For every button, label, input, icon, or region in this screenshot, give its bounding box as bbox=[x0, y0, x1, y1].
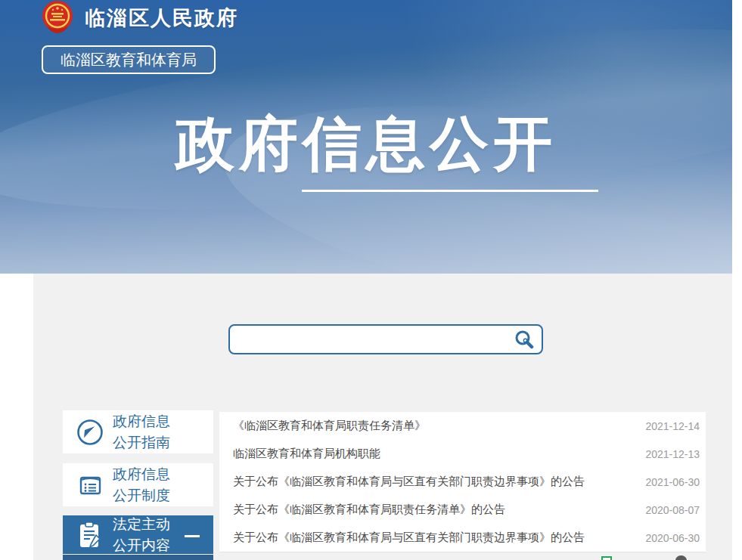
clipboard-pen-icon bbox=[75, 520, 105, 550]
list-item-date: 2021-06-30 bbox=[645, 476, 700, 488]
list-item-date: 2020-08-07 bbox=[645, 504, 700, 516]
list-item-title[interactable]: 关于公布《临淄区教育和体育局与区直有关部门职责边界事项》的公告 bbox=[233, 475, 633, 489]
national-emblem-icon bbox=[39, 1, 76, 35]
sidebar-item-label: 政府信息 公开制度 bbox=[113, 464, 170, 506]
compass-icon bbox=[75, 417, 105, 447]
list-item-title[interactable]: 关于公布《临淄区教育和体育局职责任务清单》的公告 bbox=[233, 503, 633, 517]
page: 临淄区人民政府 临淄区教育和体育局 政府信息公开 政府信息 公开指南 bbox=[0, 0, 742, 560]
site-name[interactable]: 临淄区人民政府 bbox=[85, 5, 238, 32]
sidebar-item-label: 法定主动 公开内容 bbox=[113, 514, 170, 556]
sidebar-item-statutory-disclosure[interactable]: 法定主动 公开内容 bbox=[63, 515, 213, 554]
page-title: 政府信息公开 bbox=[0, 113, 732, 175]
list-item-date: 2020-06-30 bbox=[645, 532, 700, 544]
list-item[interactable]: 关于公布《临淄区教育和体育局与区直有关部门职责边界事项》的公告 2021-06-… bbox=[219, 468, 706, 496]
collapse-minus-icon[interactable] bbox=[185, 535, 200, 537]
list-item[interactable]: 关于公布《临淄区教育和体育局职责任务清单》的公告 2020-08-07 bbox=[219, 496, 706, 524]
search-box bbox=[228, 324, 543, 354]
list-item-date: 2021-12-13 bbox=[645, 448, 700, 460]
list-item-title[interactable]: 临淄区教育和体育局机构职能 bbox=[233, 447, 633, 461]
list-item-title[interactable]: 关于公布《临淄区教育和体育局与区直有关部门职责边界事项》的公告 bbox=[233, 531, 633, 545]
search-icon bbox=[514, 330, 534, 349]
document-icon bbox=[75, 470, 105, 500]
department-button[interactable]: 临淄区教育和体育局 bbox=[42, 45, 216, 74]
list-item-date: 2021-12-14 bbox=[645, 420, 700, 432]
list-item-title[interactable]: 《临淄区教育和体育局职责任务清单》 bbox=[233, 419, 633, 433]
search-button[interactable] bbox=[513, 328, 536, 351]
sidebar-next-item-cutoff bbox=[63, 555, 213, 560]
article-list: 《临淄区教育和体育局职责任务清单》 2021-12-14 临淄区教育和体育局机构… bbox=[219, 412, 706, 552]
sidebar-item-gov-info-system[interactable]: 政府信息 公开制度 bbox=[63, 463, 213, 506]
partial-dark-icon bbox=[675, 555, 687, 560]
banner: 临淄区人民政府 临淄区教育和体育局 政府信息公开 bbox=[0, 0, 732, 274]
title-underline bbox=[302, 190, 598, 192]
list-item[interactable]: 关于公布《临淄区教育和体育局与区直有关部门职责边界事项》的公告 2020-06-… bbox=[219, 524, 706, 552]
sidebar-item-label: 政府信息 公开指南 bbox=[113, 411, 170, 453]
table-attachment-icon bbox=[601, 556, 612, 560]
list-item[interactable]: 《临淄区教育和体育局职责任务清单》 2021-12-14 bbox=[219, 412, 706, 440]
search-input[interactable] bbox=[239, 328, 513, 351]
site-logo[interactable]: 临淄区人民政府 bbox=[39, 1, 238, 35]
sidebar-item-gov-info-guide[interactable]: 政府信息 公开指南 bbox=[63, 410, 213, 453]
list-item[interactable]: 临淄区教育和体育局机构职能 2021-12-13 bbox=[219, 440, 706, 468]
